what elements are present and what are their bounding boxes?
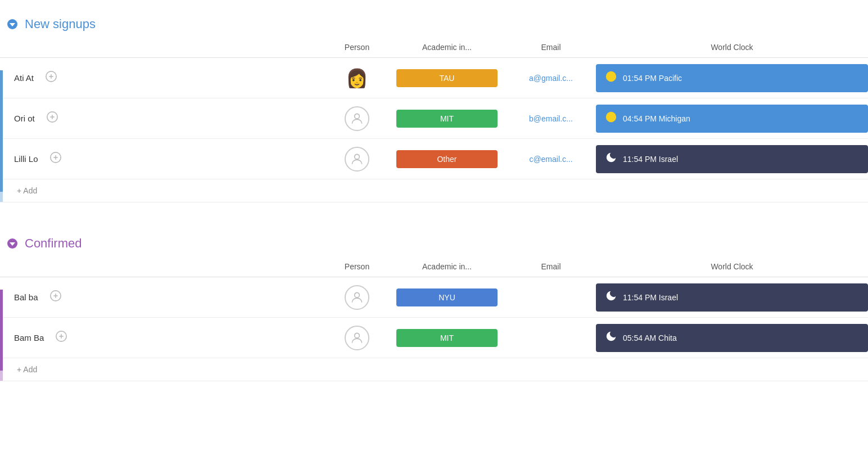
comment-icon[interactable] <box>49 151 62 166</box>
comment-icon[interactable] <box>46 111 58 126</box>
add-row[interactable]: + Add <box>0 358 868 381</box>
add-label: + Add <box>17 186 37 195</box>
name-cell: Lilli Lo <box>0 151 326 166</box>
chevron-down-icon[interactable] <box>6 17 19 31</box>
academic-cell[interactable]: MIT <box>388 327 506 349</box>
col-header-3: Email <box>506 260 596 273</box>
clock-badge: 01:54 PM Pacific <box>596 64 868 92</box>
col-header-4: World Clock <box>596 260 868 273</box>
clock-badge: 04:54 PM Michigan <box>596 105 868 133</box>
email-cell <box>506 295 596 300</box>
name-cell: Bam Ba <box>0 330 326 345</box>
academic-cell[interactable]: MIT <box>388 107 506 130</box>
section-new-signups: New signupsPersonAcademic in...EmailWorl… <box>0 11 868 202</box>
col-header-0 <box>0 260 326 273</box>
avatar-placeholder <box>345 326 369 350</box>
academic-badge: TAU <box>396 69 498 87</box>
name-cell: Ati At <box>0 70 326 85</box>
col-header-1: Person <box>326 40 388 54</box>
academic-badge: MIT <box>396 329 498 347</box>
person-cell[interactable]: 👩 <box>326 64 388 93</box>
academic-badge: NYU <box>396 288 498 306</box>
clock-cell: 01:54 PM Pacific <box>596 62 868 94</box>
avatar-placeholder <box>345 106 369 131</box>
clock-cell: 04:54 PM Michigan <box>596 102 868 135</box>
table-row: Ori otMITb@email.c...04:54 PM Michigan <box>0 98 868 139</box>
table-wrapper: PersonAcademic in...EmailWorld ClockAti … <box>0 37 868 202</box>
moon-icon <box>605 290 617 305</box>
table-wrapper: PersonAcademic in...EmailWorld ClockBal … <box>0 256 868 381</box>
table-row: Bam BaMIT05:54 AM Chita <box>0 318 868 358</box>
academic-badge: MIT <box>396 110 498 128</box>
avatar-placeholder <box>345 285 369 310</box>
col-header-2: Academic in... <box>388 260 506 273</box>
email-cell: a@gmail.c... <box>506 71 596 85</box>
person-name: Ori ot <box>14 114 35 123</box>
clock-time-text: 11:54 PM Israel <box>623 293 678 302</box>
comment-icon[interactable] <box>55 330 67 345</box>
clock-badge: 11:54 PM Israel <box>596 283 868 312</box>
table-header-row: PersonAcademic in...EmailWorld Clock <box>0 256 868 277</box>
email-cell: c@email.c... <box>506 152 596 166</box>
avatar: 👩 <box>345 66 369 91</box>
section-header: New signups <box>0 11 868 37</box>
person-name: Bal ba <box>14 292 38 302</box>
clock-cell: 11:54 PM Israel <box>596 281 868 314</box>
row-indicator <box>0 70 3 111</box>
table-header-row: PersonAcademic in...EmailWorld Clock <box>0 37 868 58</box>
col-header-4: World Clock <box>596 40 868 54</box>
clock-cell: 11:54 PM Israel <box>596 143 868 175</box>
person-cell[interactable] <box>326 283 388 312</box>
clock-badge: 11:54 PM Israel <box>596 145 868 173</box>
clock-time-text: 05:54 AM Chita <box>623 333 677 342</box>
clock-time-text: 11:54 PM Israel <box>623 155 678 164</box>
email-cell: b@email.c... <box>506 112 596 125</box>
sun-icon <box>605 111 617 126</box>
person-cell[interactable] <box>326 145 388 174</box>
add-row[interactable]: + Add <box>0 179 868 202</box>
academic-cell[interactable]: TAU <box>388 67 506 89</box>
svg-point-14 <box>355 154 360 159</box>
page: New signupsPersonAcademic in...EmailWorl… <box>0 0 868 469</box>
person-name: Bam Ba <box>14 333 44 342</box>
svg-point-20 <box>355 292 360 297</box>
name-cell: Bal ba <box>0 290 326 305</box>
person-cell[interactable] <box>326 104 388 133</box>
academic-cell[interactable]: Other <box>388 148 506 170</box>
col-header-1: Person <box>326 260 388 273</box>
clock-time-text: 01:54 PM Pacific <box>623 74 682 83</box>
add-row-indicator <box>0 358 3 381</box>
person-name: Lilli Lo <box>14 154 38 164</box>
add-label: + Add <box>17 365 37 374</box>
table-row: Lilli LoOtherc@email.c...11:54 PM Israel <box>0 139 868 179</box>
academic-cell[interactable]: NYU <box>388 286 506 309</box>
add-row-indicator <box>0 179 3 202</box>
section-confirmed: ConfirmedPersonAcademic in...EmailWorld … <box>0 231 868 381</box>
row-indicator <box>0 111 3 151</box>
person-name: Ati At <box>14 73 34 83</box>
chevron-down-icon[interactable] <box>6 237 19 250</box>
svg-point-10 <box>606 112 616 122</box>
avatar-emoji: 👩 <box>346 69 368 87</box>
person-cell[interactable] <box>326 323 388 353</box>
svg-point-5 <box>606 71 616 82</box>
section-title: Confirmed <box>25 236 82 251</box>
academic-badge: Other <box>396 150 498 168</box>
col-header-2: Academic in... <box>388 40 506 54</box>
clock-time-text: 04:54 PM Michigan <box>623 114 690 123</box>
comment-icon[interactable] <box>49 290 62 305</box>
col-header-3: Email <box>506 40 596 54</box>
svg-point-24 <box>355 333 360 338</box>
svg-point-9 <box>355 114 360 119</box>
moon-icon <box>605 330 617 345</box>
name-cell: Ori ot <box>0 111 326 126</box>
section-title: New signups <box>25 17 96 31</box>
row-indicator <box>0 290 3 330</box>
avatar-placeholder <box>345 147 369 172</box>
section-header: Confirmed <box>0 231 868 256</box>
table-row: Bal baNYU11:54 PM Israel <box>0 277 868 318</box>
comment-icon[interactable] <box>45 70 57 85</box>
sun-icon <box>605 70 617 85</box>
moon-icon <box>605 151 617 166</box>
email-cell <box>506 336 596 340</box>
